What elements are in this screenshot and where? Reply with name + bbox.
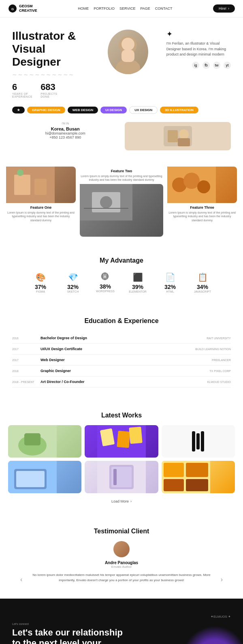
svg-point-13: [17, 169, 23, 176]
work-item-6[interactable]: [162, 461, 235, 493]
svg-point-20: [183, 173, 200, 189]
feature-three-image: [167, 167, 237, 203]
nav-portfolio[interactable]: PORTFOLIO: [94, 6, 115, 11]
contact-email: hi@domainexample.com: [12, 131, 119, 135]
feature-three-title: Feature Three: [167, 205, 237, 210]
edu-institution-4: TX PIXEL CORP: [209, 370, 231, 372]
figma-label: FIGMA: [28, 290, 53, 293]
edu-institution-5: KLMOUD STUDIO: [207, 381, 231, 383]
edu-row-4: 2018 Graphic Designer TX PIXEL CORP: [12, 366, 231, 377]
load-more-button[interactable]: Load More ›: [8, 499, 235, 503]
feature-two: Feature Two Lorem Ipsum is simply dummy …: [80, 167, 163, 237]
contact-info: I'M IN Korea, Busan hi@domainexample.com…: [12, 122, 119, 150]
html-icon: 📄: [158, 272, 182, 282]
sketch-label: SKETCH: [61, 290, 85, 293]
edu-year-3: 2017: [12, 359, 36, 362]
hero-stats: 6 YEARS OF EXPERIENCE 683 PROJECTS DONE: [12, 82, 90, 98]
nav-home[interactable]: HOME: [78, 6, 89, 11]
youtube-icon[interactable]: yt: [224, 62, 231, 69]
works-section: Latest Works: [0, 400, 243, 516]
testimonial-text: No lorem ipsum dolor mediocritatem malui…: [22, 573, 220, 583]
advantage-wordpress: 🅦 38% WORDPRESS: [93, 272, 117, 293]
svg-rect-5: [122, 50, 134, 62]
testimonial-section: Testimonial Client Andre Panouglas Envat…: [0, 516, 243, 599]
svg-rect-35: [113, 469, 117, 485]
javascript-icon: 📋: [190, 272, 215, 282]
edu-row-3: 2017 Web Designer FREELANCER: [12, 355, 231, 366]
logo-icon: G: [8, 4, 17, 13]
tag-ux-design[interactable]: UX DESIGN: [129, 106, 158, 114]
hero-right: ✦ I'm Ferilan, an Illustrator & Visual D…: [166, 30, 231, 75]
avatar: [108, 30, 148, 74]
advantage-figma: 🎨 37% FIGMA: [28, 272, 53, 293]
elementor-icon: ⬛: [126, 272, 150, 282]
svg-rect-9: [178, 138, 190, 146]
sketch-icon: 💎: [61, 272, 85, 282]
contact-city: Korea, Busan: [12, 126, 119, 131]
testimonial-nav: ‹ No lorem ipsum dolor mediocritatem mal…: [8, 573, 235, 586]
feature-one: Feature One Lorem Ipsum is simply dummy …: [6, 167, 76, 237]
chevron-right-icon: ›: [130, 499, 132, 503]
edu-degree-4: Graphic Designer: [36, 369, 209, 373]
contact-label: I'M IN: [12, 122, 119, 125]
edu-year-4: 2018: [12, 370, 36, 372]
hero-wave: ∼∼∼∼∼∼∼∼∼∼∼: [12, 71, 90, 78]
edu-year-1: 2016: [12, 337, 36, 340]
cta-decorative-circle: [182, 626, 243, 644]
work-item-2[interactable]: [85, 425, 158, 458]
feature-two-title: Feature Two: [80, 169, 163, 173]
work-item-5[interactable]: [85, 461, 158, 493]
work-item-4[interactable]: [8, 461, 81, 493]
svg-rect-24: [24, 433, 40, 445]
javascript-percent: 34%: [190, 284, 215, 290]
tag-ui-design[interactable]: UI DESIGN: [100, 107, 127, 113]
svg-rect-31: [16, 471, 45, 487]
edu-degree-5: Art Director / Co-Founder: [36, 380, 207, 384]
facebook-icon[interactable]: fb: [202, 62, 210, 69]
svg-rect-12: [34, 179, 47, 195]
work-item-1[interactable]: [8, 425, 81, 458]
work-item-3[interactable]: [162, 425, 235, 458]
instagram-icon[interactable]: ig: [192, 62, 199, 69]
twitter-icon[interactable]: tw: [213, 62, 220, 69]
svg-point-4: [122, 38, 134, 51]
html-label: HTML: [158, 290, 182, 293]
edu-institution-3: FREELANCER: [212, 359, 231, 362]
advantage-section: My Advantage 🎨 37% FIGMA 💎 32% SKETCH 🅦 …: [0, 245, 243, 305]
figma-percent: 37%: [28, 284, 53, 290]
feature-one-title: Feature One: [6, 205, 76, 210]
svg-point-21: [197, 180, 210, 193]
tag-web-design[interactable]: WEB DESIGN: [68, 107, 98, 113]
testimonial-next-button[interactable]: ›: [221, 576, 223, 583]
advantage-elementor: ⬛ 39% ELEMENTOR: [126, 272, 150, 293]
nav-page[interactable]: PAGE: [140, 6, 150, 11]
edu-degree-2: UI/UX Design Certificate: [36, 347, 195, 351]
edu-institution-2: BUILD LEARNING NOTION: [195, 348, 231, 351]
logo[interactable]: G GEOSM CREATIVE: [8, 4, 37, 13]
tag-3d-illustration[interactable]: 3D ILLUSTRATION: [160, 107, 198, 113]
nav-service[interactable]: SERVICE: [119, 6, 135, 11]
avatar-image: [108, 30, 148, 74]
feature-two-image: [80, 184, 163, 237]
tag-star[interactable]: ★: [12, 107, 25, 113]
cta-subtitle: Let's connect: [12, 623, 231, 625]
edu-degree-3: Web Designer: [36, 358, 212, 362]
svg-rect-37: [164, 463, 184, 477]
advantage-grid: 🎨 37% FIGMA 💎 32% SKETCH 🅦 38% WORDPRESS…: [8, 272, 235, 293]
hero-section: Illustrator & Visual Designer ∼∼∼∼∼∼∼∼∼∼…: [0, 17, 243, 102]
arrow-icon: ›: [228, 6, 229, 11]
stat-projects: 683 PROJECTS DONE: [40, 82, 57, 98]
wordpress-label: WORDPRESS: [93, 290, 117, 293]
svg-point-8: [179, 129, 189, 139]
nav-links: HOME PORTFOLIO SERVICE PAGE CONTACT: [78, 6, 172, 11]
hero-bio: I'm Ferilan, an Illustrator & Visual Des…: [166, 41, 231, 58]
testimonial-role: Envato Author: [8, 565, 235, 569]
hire-button[interactable]: Hire! ›: [213, 4, 235, 13]
contact-image: [125, 122, 231, 150]
edu-degree-1: Bachelor Degree of Design: [36, 336, 207, 340]
svg-rect-40: [186, 479, 208, 491]
edu-year-5: 2018 - PRESENT: [12, 381, 36, 383]
nav-contact[interactable]: CONTACT: [155, 6, 173, 11]
feature-three-desc: Lorem Ipsum is simply dummy text of the …: [167, 211, 237, 223]
tag-graphic-design[interactable]: GRAPHIC DESIGN: [27, 107, 65, 113]
